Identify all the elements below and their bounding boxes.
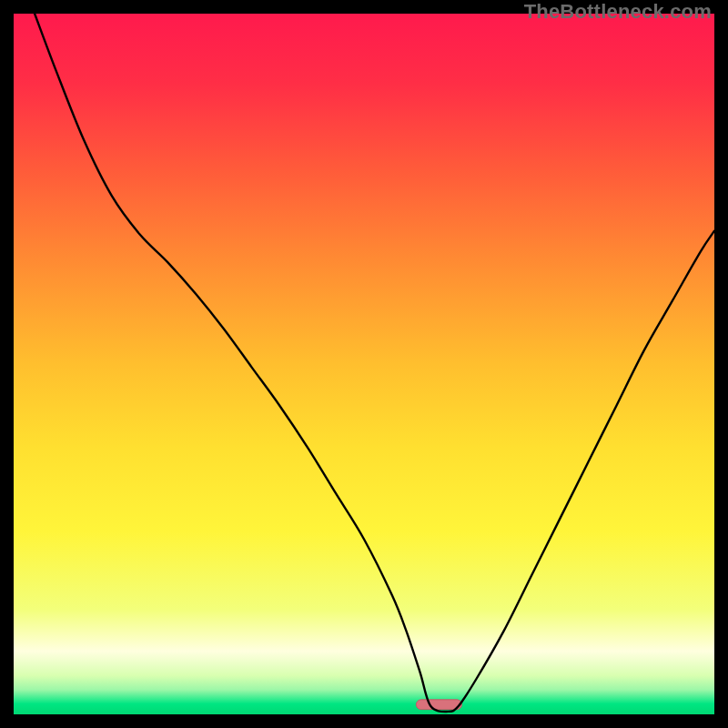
- plot-area: [14, 14, 714, 714]
- gradient-background: [14, 14, 714, 714]
- chart-frame: TheBottleneck.com: [0, 0, 728, 728]
- optimal-marker: [416, 700, 461, 710]
- watermark-label: TheBottleneck.com: [524, 0, 712, 24]
- bottleneck-chart: [14, 14, 714, 714]
